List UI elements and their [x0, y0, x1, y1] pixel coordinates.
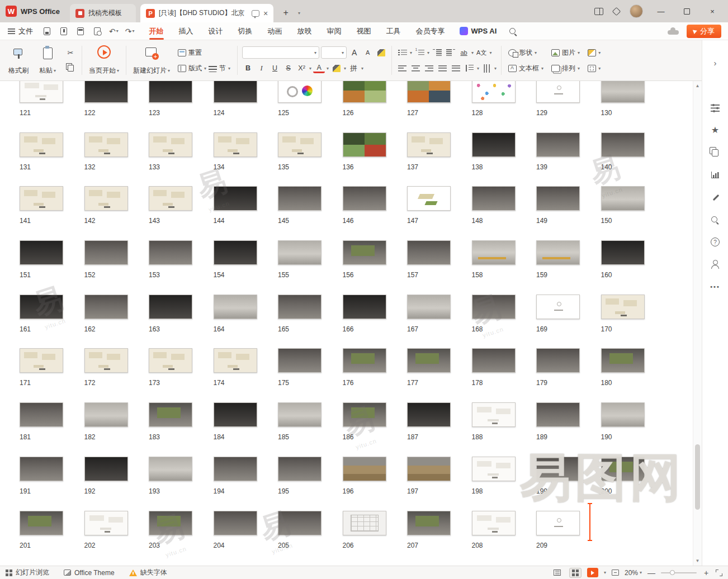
slide-179[interactable]: 179	[526, 348, 591, 402]
pinyin-button[interactable]: 拼	[348, 63, 360, 74]
columns-button[interactable]	[481, 63, 493, 74]
slide-138[interactable]: 138	[462, 132, 527, 187]
cut-button[interactable]: ✂	[64, 46, 77, 59]
text-direction-button[interactable]: A文	[475, 47, 488, 59]
slide-159[interactable]: 159	[526, 240, 591, 295]
slide-136[interactable]: 136	[333, 132, 398, 187]
slide-200[interactable]: 200	[591, 457, 656, 511]
wps-ai-button[interactable]: WPS AI	[460, 27, 497, 35]
properties-button[interactable]	[708, 101, 722, 115]
italic-button[interactable]: I	[256, 63, 267, 74]
justify-button[interactable]	[437, 63, 448, 74]
zoom-slider-handle[interactable]	[670, 570, 675, 575]
slide-137[interactable]: 137	[397, 132, 462, 187]
slide-204[interactable]: 204	[204, 511, 268, 565]
slide-192[interactable]: 192	[74, 457, 139, 511]
slide-172[interactable]: 172	[74, 348, 139, 402]
decrease-font-button[interactable]: A	[362, 47, 374, 59]
clear-format-button[interactable]	[375, 47, 387, 59]
textbox-chevron-icon[interactable]: ▾	[541, 66, 543, 71]
scroll-up-icon[interactable]: ▲	[696, 81, 700, 91]
section-chevron-icon[interactable]: ▾	[228, 66, 230, 71]
slide-size-button[interactable]: ▾	[585, 64, 603, 73]
slide-171[interactable]: 171	[10, 348, 74, 402]
print-preview-icon[interactable]	[92, 26, 102, 36]
bullet-chevron-icon[interactable]: ▾	[410, 50, 412, 55]
slide-123[interactable]: 123	[139, 81, 204, 132]
slide-184[interactable]: 184	[204, 402, 268, 457]
chart-panel-button[interactable]	[708, 168, 722, 182]
slide-201[interactable]: 201	[10, 511, 74, 565]
tab-docer-templates[interactable]: 找稿壳模板	[70, 4, 136, 22]
slide-178[interactable]: 178	[462, 348, 527, 402]
shapes-chevron-icon[interactable]: ▾	[535, 50, 537, 55]
slide-174[interactable]: 174	[204, 348, 268, 402]
maximize-button[interactable]	[679, 3, 694, 19]
slide-209[interactable]: 209	[526, 511, 591, 565]
slide-168[interactable]: 168	[462, 295, 527, 349]
tab-slideshow[interactable]: 放映	[297, 22, 312, 40]
layout-chevron-icon[interactable]: ▾	[204, 66, 206, 71]
tab-insert[interactable]: 插入	[179, 22, 193, 40]
copy-button[interactable]	[64, 61, 77, 75]
minimize-button[interactable]: —	[653, 3, 669, 19]
slide-150[interactable]: 150	[591, 186, 656, 240]
increase-font-button[interactable]: A	[348, 47, 360, 59]
wps-home-button[interactable]: W WPS Office	[0, 0, 70, 22]
zoom-in-button[interactable]: +	[702, 568, 710, 577]
increase-indent-button[interactable]	[445, 47, 456, 59]
slide-149[interactable]: 149	[526, 186, 591, 240]
slide-154[interactable]: 154	[204, 240, 268, 295]
char-spacing-button[interactable]: ab	[458, 47, 470, 59]
slide-193[interactable]: 193	[139, 457, 204, 511]
arrange-button[interactable]: 排列▾	[549, 63, 582, 74]
file-menu-button[interactable]: 文件	[6, 26, 39, 36]
bold-button[interactable]: B	[242, 63, 254, 74]
split-view-icon[interactable]	[594, 8, 603, 15]
new-tab-button[interactable]: +	[279, 6, 292, 20]
slide-148[interactable]: 148	[462, 186, 527, 240]
slide-128[interactable]: 128	[462, 81, 527, 132]
slide-146[interactable]: 146	[333, 186, 398, 240]
section-label[interactable]: 节	[219, 64, 226, 73]
fit-window-icon[interactable]	[716, 569, 722, 576]
tab-close-icon[interactable]: ×	[263, 9, 268, 18]
slide-155[interactable]: 155	[268, 240, 333, 295]
slide-181[interactable]: 181	[10, 402, 74, 457]
slide-173[interactable]: 173	[139, 348, 204, 402]
numbered-list-button[interactable]	[414, 47, 426, 59]
slide-164[interactable]: 164	[204, 295, 268, 349]
font-name-chevron-icon[interactable]: ▾	[314, 50, 316, 55]
paste-button[interactable]: 粘贴▾	[35, 44, 60, 77]
fill-color-button[interactable]: ▾	[585, 48, 603, 58]
tab-animation[interactable]: 动画	[268, 22, 282, 40]
help-button[interactable]: ?	[708, 235, 722, 249]
tab-view[interactable]: 视图	[357, 22, 371, 40]
align-left-button[interactable]	[396, 63, 408, 74]
cloud-sync-icon[interactable]	[668, 27, 679, 35]
font-size-combobox[interactable]: ▾	[321, 46, 347, 59]
comment-bubble-icon[interactable]	[252, 10, 259, 17]
shapes-button[interactable]: 形状▾	[506, 47, 546, 59]
slideshow-play-button[interactable]	[587, 568, 598, 577]
slide-144[interactable]: 144	[204, 186, 268, 240]
slide-151[interactable]: 151	[10, 240, 74, 295]
slide-169[interactable]: 169	[526, 295, 591, 349]
underline-button[interactable]: U	[269, 63, 281, 74]
tab-home[interactable]: 开始	[149, 22, 164, 40]
undo-chevron-icon[interactable]: ▾	[116, 29, 119, 34]
slide-160[interactable]: 160	[591, 240, 656, 295]
annotate-button[interactable]	[708, 191, 722, 204]
scrollbar-track[interactable]	[693, 91, 702, 556]
slide-167[interactable]: 167	[397, 295, 462, 349]
premium-gem-icon[interactable]	[612, 7, 621, 16]
user-avatar[interactable]	[630, 4, 643, 18]
slide-206[interactable]: 206	[333, 511, 398, 565]
slide-177[interactable]: 177	[397, 348, 462, 402]
zoom-level[interactable]: 20% ▾	[625, 569, 642, 577]
missing-fonts-warning[interactable]: 缺失字体	[129, 568, 167, 577]
zoom-out-button[interactable]: —	[647, 568, 655, 577]
slide-170[interactable]: 170	[591, 295, 656, 349]
slide-176[interactable]: 176	[333, 348, 398, 402]
slide-183[interactable]: 183	[139, 402, 204, 457]
